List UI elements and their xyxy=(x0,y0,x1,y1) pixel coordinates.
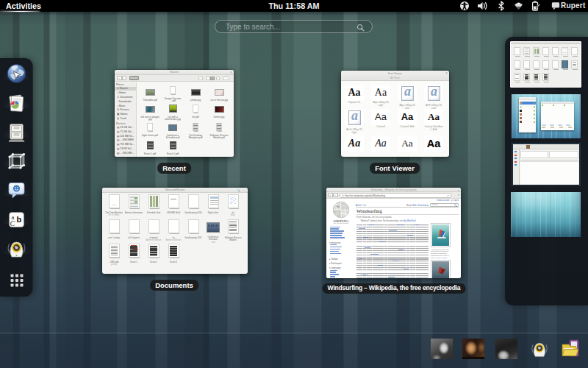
svg-text:C: C xyxy=(10,219,15,227)
svg-text:W: W xyxy=(337,204,340,208)
svg-text:b: b xyxy=(17,215,22,224)
